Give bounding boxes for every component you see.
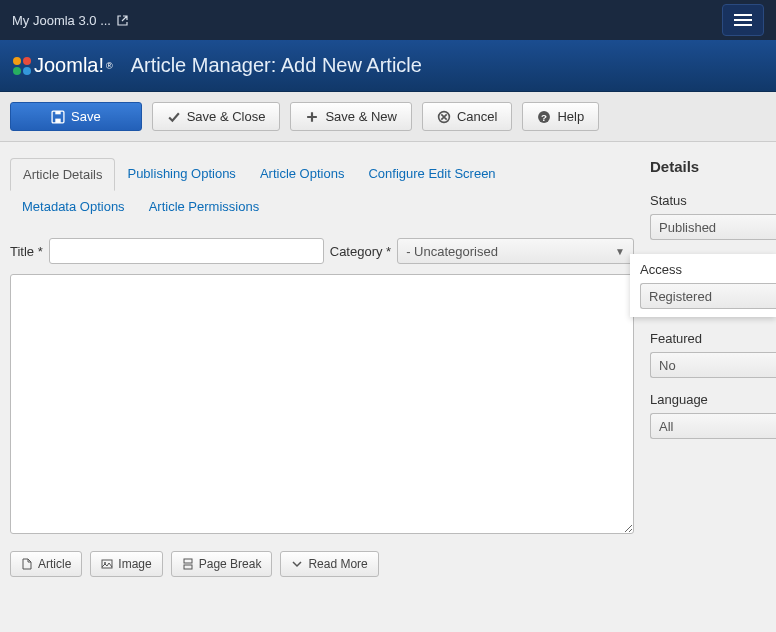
details-heading: Details [650,158,776,175]
insert-article-label: Article [38,557,71,571]
insert-image-button[interactable]: Image [90,551,162,577]
plus-icon [305,110,319,124]
main: Article Details Publishing Options Artic… [0,142,776,589]
save-icon [51,110,65,124]
cancel-button[interactable]: Cancel [422,102,512,131]
tab-metadata-options[interactable]: Metadata Options [10,191,137,222]
svg-point-3 [23,67,31,75]
featured-value: No [659,358,676,373]
hamburger-icon [734,14,752,16]
menu-toggle-button[interactable] [722,4,764,36]
tab-article-options[interactable]: Article Options [248,158,357,191]
chevron-down-icon [291,558,303,570]
insert-article-button[interactable]: Article [10,551,82,577]
read-more-button[interactable]: Read More [280,551,378,577]
site-name-text: My Joomla 3.0 ... [12,13,111,28]
access-field: Access Registered [630,254,776,317]
status-label: Status [650,193,776,208]
action-toolbar: Save Save & Close Save & New Cancel ? He… [0,92,776,142]
save-button[interactable]: Save [10,102,142,131]
svg-point-1 [23,57,31,65]
external-link-icon [117,15,128,26]
save-new-button[interactable]: Save & New [290,102,412,131]
help-icon: ? [537,110,551,124]
featured-select[interactable]: No [650,352,776,378]
category-label: Category * [330,244,391,259]
svg-rect-5 [55,118,60,122]
details-sidebar: Details Status Published Access Register… [650,142,776,589]
check-icon [167,110,181,124]
status-select[interactable]: Published [650,214,776,240]
access-label: Access [640,262,776,277]
title-label: Title * [10,244,43,259]
save-new-label: Save & New [325,109,397,124]
page-title: Article Manager: Add New Article [131,54,422,77]
featured-field: Featured No [650,331,776,378]
help-button[interactable]: ? Help [522,102,599,131]
topbar: My Joomla 3.0 ... [0,0,776,40]
page-break-label: Page Break [199,557,262,571]
language-label: Language [650,392,776,407]
save-close-label: Save & Close [187,109,266,124]
svg-rect-12 [184,559,192,563]
language-select[interactable]: All [650,413,776,439]
save-label: Save [71,109,101,124]
access-value: Registered [649,289,712,304]
status-field: Status Published [650,193,776,240]
tab-configure-edit-screen[interactable]: Configure Edit Screen [356,158,507,191]
svg-point-0 [13,57,21,65]
image-icon [101,558,113,570]
language-value: All [659,419,673,434]
tab-publishing-options[interactable]: Publishing Options [115,158,247,191]
svg-text:?: ? [541,111,547,122]
tabs: Article Details Publishing Options Artic… [10,158,634,222]
content-area: Article Details Publishing Options Artic… [0,142,650,589]
file-icon [21,558,33,570]
editor-toolbar: Article Image Page Break Read More [10,551,634,577]
cancel-icon [437,110,451,124]
tab-article-permissions[interactable]: Article Permissions [137,191,272,222]
joomla-icon [12,56,32,76]
access-select[interactable]: Registered [640,283,776,309]
read-more-label: Read More [308,557,367,571]
header: Joomla! ® Article Manager: Add New Artic… [0,40,776,92]
svg-rect-6 [55,111,60,114]
page-break-icon [182,558,194,570]
site-name[interactable]: My Joomla 3.0 ... [12,13,128,28]
chevron-down-icon: ▼ [615,246,625,257]
tab-article-details[interactable]: Article Details [10,158,115,191]
category-select[interactable]: - Uncategorised ▼ [397,238,634,264]
svg-point-2 [13,67,21,75]
status-value: Published [659,220,716,235]
svg-rect-10 [102,560,112,568]
title-category-row: Title * Category * - Uncategorised ▼ [10,238,634,264]
save-close-button[interactable]: Save & Close [152,102,281,131]
brand-text: Joomla! [34,54,104,77]
insert-image-label: Image [118,557,151,571]
article-body-editor[interactable] [10,274,634,534]
category-value: - Uncategorised [406,244,498,259]
title-input[interactable] [49,238,324,264]
brand-logo: Joomla! ® [12,54,113,77]
page-break-button[interactable]: Page Break [171,551,273,577]
featured-label: Featured [650,331,776,346]
cancel-label: Cancel [457,109,497,124]
language-field: Language All [650,392,776,439]
svg-rect-13 [184,565,192,569]
help-label: Help [557,109,584,124]
